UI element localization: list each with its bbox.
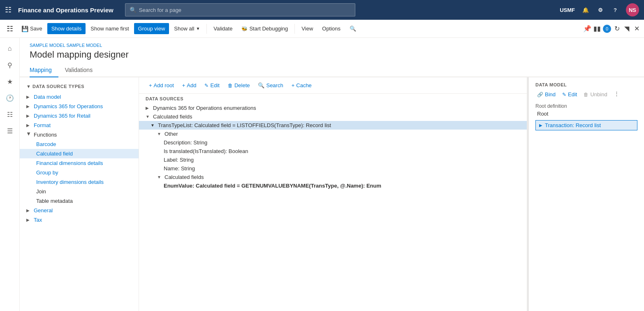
dst-inventory-dimensions[interactable]: Inventory dimensions details: [20, 177, 139, 187]
dm-more-options[interactable]: ⋮: [614, 91, 619, 98]
sidebar-recent-icon[interactable]: 🕐: [2, 91, 17, 105]
search-ds-button[interactable]: 🔍 Search: [255, 81, 286, 90]
dst-group-by[interactable]: Group by: [20, 168, 139, 177]
ds-calculated-fields-root[interactable]: ▼ Calculated fields: [139, 112, 527, 121]
ds-enum-value[interactable]: EnumValue: Calculated field = GETENUMVAL…: [139, 181, 527, 190]
right-panel-datamodel: DATA MODEL 🔗 Bind ✎ Edit 🗑 Unbind ⋮: [529, 77, 644, 311]
tab-mapping[interactable]: Mapping: [30, 63, 58, 77]
search-cmd-button[interactable]: 🔍: [345, 23, 360, 34]
edit-icon: ✎: [204, 83, 208, 88]
breadcrumb: SAMPLE MODEL SAMPLE MODEL: [30, 43, 634, 48]
delete-button[interactable]: 🗑 Delete: [225, 81, 253, 90]
ds-is-translated[interactable]: Is translated(IsTranslated): Boolean: [139, 147, 527, 156]
view-button[interactable]: View: [297, 23, 317, 34]
group-view-button[interactable]: Group view: [134, 23, 169, 34]
avatar[interactable]: NS: [626, 3, 639, 16]
cache-icon: +: [292, 82, 295, 88]
notification-badge[interactable]: 0: [603, 25, 611, 33]
unbind-button[interactable]: 🗑 Unbind: [582, 91, 609, 98]
start-debugging-button[interactable]: 🐝 Start Debugging: [237, 23, 292, 34]
show-name-first-button[interactable]: Show name first: [86, 23, 133, 34]
search-ds-icon: 🔍: [258, 82, 264, 88]
root-definition-label: Root definition: [535, 103, 637, 109]
ds-label[interactable]: Label: String: [139, 156, 527, 164]
sidebar-workspaces-icon[interactable]: ☷: [2, 107, 17, 122]
chevron-d365ops: ▶: [26, 104, 31, 109]
search-icon: 🔍: [130, 7, 137, 13]
chevron-data-model: ▶: [26, 95, 31, 99]
ds-chevron-other: ▼: [157, 132, 162, 136]
bind-button[interactable]: 🔗 Bind: [535, 91, 557, 98]
page-title: Model mapping designer: [30, 49, 634, 60]
cache-button[interactable]: + Cache: [288, 81, 315, 90]
dst-tax[interactable]: ▶ Tax: [20, 215, 139, 225]
dm-edit-icon: ✎: [562, 92, 566, 97]
search-input[interactable]: [139, 7, 351, 13]
dst-data-model[interactable]: ▶ Data model: [20, 92, 139, 102]
sidebar-modules-icon[interactable]: ☰: [2, 123, 17, 138]
show-details-button[interactable]: Show details: [47, 23, 86, 34]
dm-edit-button[interactable]: ✎ Edit: [561, 91, 579, 98]
sidebar-favorites-icon[interactable]: ★: [2, 74, 17, 89]
ds-other[interactable]: ▼ Other: [139, 130, 527, 138]
chevron-functions: ▶: [27, 132, 31, 137]
save-button[interactable]: 💾 Save: [17, 23, 46, 35]
dm-transaction-record[interactable]: ▶ Transaction: Record list: [535, 120, 637, 130]
column-icon[interactable]: ▮▮: [593, 25, 601, 33]
refresh-icon[interactable]: ↻: [613, 25, 621, 33]
debug-icon: 🐝: [241, 26, 248, 32]
save-icon: 💾: [21, 26, 28, 32]
dst-calculated-field[interactable]: Calculated field: [20, 149, 139, 158]
main-content: SAMPLE MODEL SAMPLE MODEL Model mapping …: [20, 38, 644, 311]
separator2: [294, 24, 295, 34]
separator1: [206, 24, 207, 34]
datasources-toolbar: + Add root + Add ✎ Edit 🗑 Delete: [139, 77, 527, 94]
dst-d365-retail[interactable]: ▶ Dynamics 365 for Retail: [20, 111, 139, 121]
close-icon[interactable]: ✕: [632, 25, 641, 33]
dst-financial-dimensions[interactable]: Financial dimensions details: [20, 158, 139, 168]
options-button[interactable]: Options: [318, 23, 345, 34]
cmd-right-actions: 📌 ▮▮ 0 ↻ ◥ ✕: [583, 25, 641, 33]
tab-validations[interactable]: Validations: [65, 63, 99, 77]
resize-handle[interactable]: [527, 77, 529, 311]
settings-icon[interactable]: ⚙: [596, 6, 605, 14]
open-new-icon[interactable]: ◥: [623, 25, 631, 33]
ds-name[interactable]: Name: String: [139, 164, 527, 173]
sidebar-home-icon[interactable]: ⌂: [2, 41, 17, 56]
datasources-header: DATA SOURCES: [139, 94, 527, 104]
dst-barcode[interactable]: Barcode: [20, 139, 139, 149]
hamburger-menu-button[interactable]: ☷: [3, 23, 16, 35]
dst-table-metadata[interactable]: Table metadata: [20, 196, 139, 206]
dst-general[interactable]: ▶ General: [20, 206, 139, 215]
hamburger-icon[interactable]: ☷: [5, 5, 12, 14]
top-nav: ☷ Finance and Operations Preview 🔍 USMF …: [0, 0, 644, 20]
ds-trans-type-list[interactable]: ▼ TransTypeList: Calculated field = LIST…: [139, 121, 527, 130]
dst-join[interactable]: Join: [20, 187, 139, 196]
add-button[interactable]: + Add: [179, 81, 200, 90]
dst-format[interactable]: ▶ Format: [20, 121, 139, 130]
pin-icon[interactable]: 📌: [583, 25, 591, 33]
chevron-tax: ▶: [26, 218, 31, 222]
ds-calculated-fields-nested[interactable]: ▼ Calculated fields: [139, 173, 527, 181]
search-cmd-icon: 🔍: [350, 26, 356, 32]
bind-icon: 🔗: [537, 92, 543, 97]
search-bar[interactable]: 🔍: [125, 3, 355, 16]
help-icon[interactable]: ?: [611, 6, 619, 14]
add-root-button[interactable]: + Add root: [146, 81, 177, 90]
show-all-button[interactable]: Show all ▼: [170, 23, 204, 34]
show-all-chevron-icon: ▼: [196, 26, 200, 31]
notification-icon[interactable]: 🔔: [581, 6, 590, 14]
edit-button[interactable]: ✎ Edit: [201, 81, 222, 90]
user-code: USMF: [560, 7, 575, 13]
middle-panel-datasources: + Add root + Add ✎ Edit 🗑 Delete: [139, 77, 527, 311]
ds-d365-enum[interactable]: ▶ Dynamics 365 for Operations enumeratio…: [139, 104, 527, 112]
ds-description[interactable]: Description: String: [139, 138, 527, 147]
panels: ▼ DATA SOURCE TYPES ▶ Data model ▶ Dynam…: [20, 77, 644, 311]
sidebar-filter-icon[interactable]: ⚲: [2, 58, 17, 72]
datamodel-header: DATA MODEL: [535, 82, 637, 87]
validate-button[interactable]: Validate: [209, 23, 236, 34]
dst-d365-operations[interactable]: ▶ Dynamics 365 for Operations: [20, 102, 139, 111]
nav-right: USMF 🔔 ⚙ ? NS: [560, 3, 639, 16]
dst-functions[interactable]: ▶ Functions: [20, 130, 139, 139]
app-layout: ⌂ ⚲ ★ 🕐 ☷ ☰ SAMPLE MODEL SAMPLE MODEL Mo…: [0, 38, 644, 311]
